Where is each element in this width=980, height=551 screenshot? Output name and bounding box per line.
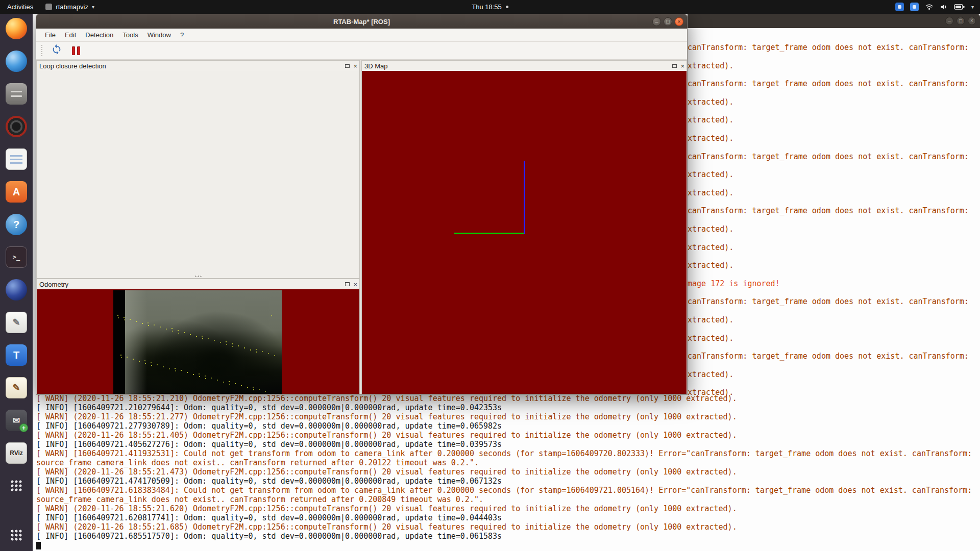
panel-title-text: Loop closure detection <box>39 62 106 70</box>
plus-badge-icon: + <box>19 423 28 432</box>
menu-tools[interactable]: Tools <box>118 29 142 41</box>
panel-close-button[interactable]: × <box>353 63 357 69</box>
dock: A?>_✎T✎✉+RViz <box>0 14 33 551</box>
terminal-line-fragment: xtracted). <box>688 224 733 234</box>
dock-item-writer[interactable] <box>5 147 28 171</box>
terminal-line: [ INFO] [1606409721.474170509]: Odom: qu… <box>36 477 976 486</box>
top-bar: Activities rtabmapviz ▾ Thu 18:55 <box>0 0 980 14</box>
system-menu-caret-icon: ▾ <box>971 4 974 10</box>
map-3d-view[interactable] <box>362 71 687 394</box>
dock-item-app-grid[interactable] <box>5 474 28 497</box>
feature-dot-icon <box>211 378 212 379</box>
feature-dot-icon <box>196 336 197 337</box>
toolbar <box>36 42 687 60</box>
window-titlebar[interactable]: RTAB-Map* [ROS] –□× <box>36 14 687 29</box>
dock-item-sphere[interactable] <box>5 278 28 302</box>
dock-item-thunderbird[interactable] <box>5 49 28 73</box>
maximize-button[interactable]: □ <box>664 17 672 26</box>
panel-odometry-titlebar[interactable]: Odometry × <box>37 279 359 289</box>
feature-dot-icon <box>163 366 164 367</box>
rviz-label: RViz <box>10 449 23 457</box>
feature-dot-icon <box>148 325 149 326</box>
activities-button[interactable]: Activities <box>0 0 40 14</box>
terminal-maximize-button[interactable]: □ <box>957 17 965 25</box>
feature-dot-icon <box>268 353 269 354</box>
panel-3dmap-titlebar[interactable]: 3D Map × <box>362 61 687 71</box>
dock-item-rviz[interactable]: RViz <box>5 441 28 465</box>
sphere-icon <box>6 279 27 300</box>
app-indicator-2-icon[interactable] <box>910 3 919 11</box>
splitter-handle[interactable] <box>194 276 202 277</box>
terminal-output-bottom[interactable]: [ WARN] (2020-11-26 18:55:21.210) Odomet… <box>33 394 976 549</box>
feature-dot-icon <box>199 376 200 377</box>
panel-float-button[interactable] <box>345 282 350 286</box>
terminal-line: [ INFO] [1606409721.277930789]: Odom: qu… <box>36 421 976 431</box>
text-editor-label: ✎ <box>12 317 20 328</box>
feature-dot-icon <box>229 384 230 385</box>
chevron-down-icon: ▾ <box>92 4 94 10</box>
feature-dot-icon <box>157 364 158 365</box>
odometry-view[interactable] <box>37 289 359 394</box>
battery-icon <box>954 4 965 10</box>
dock-item-mail[interactable]: ✉+ <box>5 409 28 432</box>
panel-float-button[interactable] <box>672 64 677 68</box>
loop-closure-view <box>37 71 359 278</box>
feature-dot-icon <box>274 355 275 356</box>
feature-dot-icon <box>121 357 122 358</box>
dock-item-files[interactable] <box>5 82 28 106</box>
feature-dot-icon <box>139 361 140 362</box>
feature-dot-icon <box>175 368 176 369</box>
dock-item-firefox[interactable] <box>5 17 28 40</box>
rviz-icon: RViz <box>6 442 27 464</box>
ubuntu-software-icon: A <box>6 181 27 203</box>
dock-item-show-applications[interactable] <box>5 523 28 547</box>
panel-close-button[interactable]: × <box>680 63 684 69</box>
menu-window[interactable]: Window <box>143 29 176 41</box>
close-button[interactable]: × <box>675 17 683 26</box>
terminal-minimize-button[interactable]: – <box>945 17 953 25</box>
menu-edit[interactable]: Edit <box>60 29 81 41</box>
dock-item-text-editor[interactable]: ✎ <box>5 311 28 334</box>
terminal-line-fragment: xtracted). <box>688 170 733 179</box>
panel-float-button[interactable] <box>345 64 350 68</box>
app-menu[interactable]: rtabmapviz ▾ <box>40 0 100 14</box>
feature-dot-icon <box>193 374 194 375</box>
menu-help[interactable]: ? <box>176 29 188 41</box>
feature-dot-icon <box>226 341 227 342</box>
float-icon <box>672 64 677 68</box>
system-tray[interactable]: ▾ <box>893 0 976 14</box>
terminal-line-fragment: xtracted). <box>688 261 733 270</box>
feature-dot-icon <box>229 381 230 382</box>
feature-dot-icon <box>160 327 161 328</box>
dock-item-terminal[interactable]: >_ <box>5 245 28 269</box>
minimize-button[interactable]: – <box>652 17 661 26</box>
pause-button[interactable] <box>69 43 83 58</box>
dock-item-camera-lens[interactable] <box>5 115 28 138</box>
workspace: Loop closure detection × Odometry × <box>36 60 687 394</box>
terminal-line: [ INFO] [1606409721.685517570]: Odom: qu… <box>36 532 976 541</box>
refresh-button[interactable] <box>50 43 64 58</box>
grid-dots-icon <box>10 480 22 492</box>
menu-file[interactable]: File <box>40 29 60 41</box>
terminal-close-button[interactable]: × <box>968 17 976 25</box>
dock-item-ubuntu-software[interactable]: A <box>5 180 28 204</box>
menu-detection[interactable]: Detection <box>81 29 118 41</box>
dock-item-help[interactable]: ? <box>5 213 28 236</box>
panel-close-button[interactable]: × <box>353 281 357 288</box>
feature-dot-icon <box>136 321 137 322</box>
terminal-titlebar[interactable]: –□× <box>688 14 980 28</box>
clock-button[interactable]: Thu 18:55 <box>472 0 508 14</box>
terminal-line-fragment: xtracted). <box>688 115 733 124</box>
feature-dot-icon <box>148 322 149 323</box>
terminal-icon: >_ <box>6 246 27 268</box>
app-indicator-1-icon[interactable] <box>895 3 904 11</box>
ubuntu-software-label: A <box>13 186 20 198</box>
terminal-line-fragment: xtracted). <box>688 188 733 197</box>
mail-label: ✉ <box>13 415 20 426</box>
toolbar-handle[interactable] <box>41 45 44 56</box>
camera-lens-icon <box>6 116 27 137</box>
panel-loop-titlebar[interactable]: Loop closure detection × <box>37 61 359 71</box>
terminal-line: [ WARN] (2020-11-26 18:55:21.277) Odomet… <box>36 412 976 421</box>
dock-item-notes[interactable]: ✎ <box>5 376 28 399</box>
dock-item-blue-t[interactable]: T <box>5 343 28 367</box>
